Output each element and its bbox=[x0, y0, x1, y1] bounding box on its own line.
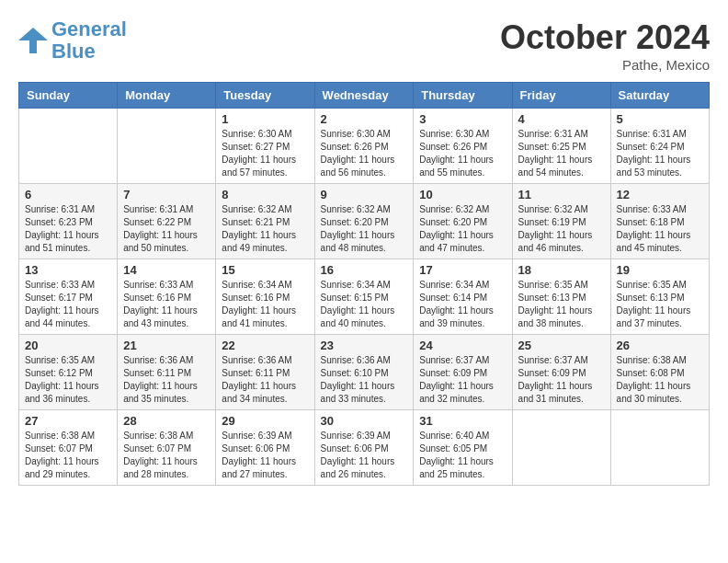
calendar-cell: 30Sunrise: 6:39 AM Sunset: 6:06 PM Dayli… bbox=[314, 410, 414, 486]
logo-text: General Blue bbox=[51, 18, 127, 63]
day-number: 19 bbox=[617, 263, 703, 277]
calendar-cell: 7Sunrise: 6:31 AM Sunset: 6:22 PM Daylig… bbox=[118, 184, 216, 259]
day-number: 27 bbox=[25, 414, 111, 428]
calendar-cell: 24Sunrise: 6:37 AM Sunset: 6:09 PM Dayli… bbox=[414, 335, 512, 410]
day-number: 24 bbox=[419, 339, 506, 352]
location-subtitle: Pathe, Mexico bbox=[500, 57, 710, 73]
calendar-cell bbox=[118, 109, 216, 184]
day-number: 28 bbox=[123, 414, 210, 428]
calendar-cell: 4Sunrise: 6:31 AM Sunset: 6:25 PM Daylig… bbox=[512, 109, 610, 184]
day-info: Sunrise: 6:38 AM Sunset: 6:07 PM Dayligh… bbox=[123, 430, 210, 481]
calendar-cell: 3Sunrise: 6:30 AM Sunset: 6:26 PM Daylig… bbox=[414, 109, 512, 184]
day-info: Sunrise: 6:40 AM Sunset: 6:05 PM Dayligh… bbox=[419, 430, 506, 481]
calendar-cell: 15Sunrise: 6:34 AM Sunset: 6:16 PM Dayli… bbox=[216, 259, 314, 335]
day-number: 13 bbox=[25, 263, 111, 277]
calendar-cell bbox=[19, 109, 118, 184]
day-info: Sunrise: 6:33 AM Sunset: 6:17 PM Dayligh… bbox=[25, 279, 111, 330]
weekday-header: Thursday bbox=[414, 83, 512, 109]
day-info: Sunrise: 6:37 AM Sunset: 6:09 PM Dayligh… bbox=[419, 354, 506, 406]
calendar-cell: 5Sunrise: 6:31 AM Sunset: 6:24 PM Daylig… bbox=[610, 109, 709, 184]
day-number: 6 bbox=[25, 188, 111, 201]
calendar-week-row: 13Sunrise: 6:33 AM Sunset: 6:17 PM Dayli… bbox=[19, 259, 710, 335]
day-info: Sunrise: 6:30 AM Sunset: 6:27 PM Dayligh… bbox=[222, 128, 308, 179]
month-title: October 2024 bbox=[500, 18, 710, 57]
calendar-cell: 31Sunrise: 6:40 AM Sunset: 6:05 PM Dayli… bbox=[414, 410, 512, 486]
calendar-cell: 1Sunrise: 6:30 AM Sunset: 6:27 PM Daylig… bbox=[216, 109, 314, 184]
day-info: Sunrise: 6:36 AM Sunset: 6:10 PM Dayligh… bbox=[321, 354, 408, 406]
day-number: 21 bbox=[123, 339, 210, 352]
calendar-week-row: 6Sunrise: 6:31 AM Sunset: 6:23 PM Daylig… bbox=[19, 184, 710, 259]
logo: General Blue bbox=[18, 18, 127, 63]
day-info: Sunrise: 6:32 AM Sunset: 6:20 PM Dayligh… bbox=[419, 203, 506, 255]
day-info: Sunrise: 6:33 AM Sunset: 6:16 PM Dayligh… bbox=[123, 279, 210, 330]
calendar-cell: 6Sunrise: 6:31 AM Sunset: 6:23 PM Daylig… bbox=[19, 184, 118, 259]
calendar-cell: 9Sunrise: 6:32 AM Sunset: 6:20 PM Daylig… bbox=[314, 184, 414, 259]
day-number: 17 bbox=[419, 263, 506, 277]
calendar-table: SundayMondayTuesdayWednesdayThursdayFrid… bbox=[18, 82, 710, 486]
day-info: Sunrise: 6:32 AM Sunset: 6:21 PM Dayligh… bbox=[222, 203, 308, 255]
day-info: Sunrise: 6:38 AM Sunset: 6:07 PM Dayligh… bbox=[25, 430, 111, 481]
weekday-header: Saturday bbox=[610, 83, 709, 109]
calendar-cell: 12Sunrise: 6:33 AM Sunset: 6:18 PM Dayli… bbox=[610, 184, 709, 259]
day-info: Sunrise: 6:31 AM Sunset: 6:22 PM Dayligh… bbox=[123, 203, 210, 255]
day-info: Sunrise: 6:34 AM Sunset: 6:16 PM Dayligh… bbox=[222, 279, 308, 330]
calendar-cell: 21Sunrise: 6:36 AM Sunset: 6:11 PM Dayli… bbox=[118, 335, 216, 410]
weekday-header-row: SundayMondayTuesdayWednesdayThursdayFrid… bbox=[19, 83, 710, 109]
day-info: Sunrise: 6:39 AM Sunset: 6:06 PM Dayligh… bbox=[222, 430, 308, 481]
day-number: 14 bbox=[123, 263, 210, 277]
calendar-week-row: 20Sunrise: 6:35 AM Sunset: 6:12 PM Dayli… bbox=[19, 335, 710, 410]
day-number: 7 bbox=[123, 188, 210, 201]
day-info: Sunrise: 6:37 AM Sunset: 6:09 PM Dayligh… bbox=[518, 354, 605, 406]
day-info: Sunrise: 6:31 AM Sunset: 6:24 PM Dayligh… bbox=[617, 128, 703, 179]
logo-icon bbox=[18, 28, 48, 53]
day-number: 25 bbox=[518, 339, 605, 352]
day-info: Sunrise: 6:32 AM Sunset: 6:20 PM Dayligh… bbox=[321, 203, 408, 255]
day-info: Sunrise: 6:31 AM Sunset: 6:25 PM Dayligh… bbox=[518, 128, 605, 179]
day-number: 12 bbox=[617, 188, 703, 201]
calendar-cell: 10Sunrise: 6:32 AM Sunset: 6:20 PM Dayli… bbox=[414, 184, 512, 259]
calendar-cell: 13Sunrise: 6:33 AM Sunset: 6:17 PM Dayli… bbox=[19, 259, 118, 335]
day-info: Sunrise: 6:34 AM Sunset: 6:15 PM Dayligh… bbox=[321, 279, 408, 330]
day-info: Sunrise: 6:32 AM Sunset: 6:19 PM Dayligh… bbox=[518, 203, 605, 255]
day-number: 1 bbox=[222, 112, 308, 126]
day-info: Sunrise: 6:30 AM Sunset: 6:26 PM Dayligh… bbox=[321, 128, 408, 179]
calendar-cell: 18Sunrise: 6:35 AM Sunset: 6:13 PM Dayli… bbox=[512, 259, 610, 335]
calendar-cell: 8Sunrise: 6:32 AM Sunset: 6:21 PM Daylig… bbox=[216, 184, 314, 259]
day-number: 3 bbox=[419, 112, 506, 126]
calendar-cell: 29Sunrise: 6:39 AM Sunset: 6:06 PM Dayli… bbox=[216, 410, 314, 486]
day-number: 26 bbox=[617, 339, 703, 352]
calendar-cell bbox=[610, 410, 709, 486]
day-number: 23 bbox=[321, 339, 408, 352]
weekday-header: Tuesday bbox=[216, 83, 314, 109]
calendar-cell: 17Sunrise: 6:34 AM Sunset: 6:14 PM Dayli… bbox=[414, 259, 512, 335]
calendar-cell: 16Sunrise: 6:34 AM Sunset: 6:15 PM Dayli… bbox=[314, 259, 414, 335]
calendar-cell: 2Sunrise: 6:30 AM Sunset: 6:26 PM Daylig… bbox=[314, 109, 414, 184]
day-number: 11 bbox=[518, 188, 605, 201]
day-info: Sunrise: 6:35 AM Sunset: 6:13 PM Dayligh… bbox=[518, 279, 605, 330]
day-info: Sunrise: 6:30 AM Sunset: 6:26 PM Dayligh… bbox=[419, 128, 506, 179]
day-info: Sunrise: 6:36 AM Sunset: 6:11 PM Dayligh… bbox=[123, 354, 210, 406]
logo-line2: Blue bbox=[51, 40, 96, 63]
day-number: 29 bbox=[222, 414, 308, 428]
weekday-header: Sunday bbox=[19, 83, 118, 109]
svg-marker-0 bbox=[18, 28, 48, 53]
calendar-cell: 19Sunrise: 6:35 AM Sunset: 6:13 PM Dayli… bbox=[610, 259, 709, 335]
day-number: 2 bbox=[321, 112, 408, 126]
day-number: 20 bbox=[25, 339, 111, 352]
day-number: 31 bbox=[419, 414, 506, 428]
page-header: General Blue October 2024 Pathe, Mexico bbox=[18, 18, 710, 73]
title-block: October 2024 Pathe, Mexico bbox=[500, 18, 710, 73]
day-info: Sunrise: 6:33 AM Sunset: 6:18 PM Dayligh… bbox=[617, 203, 703, 255]
calendar-cell: 28Sunrise: 6:38 AM Sunset: 6:07 PM Dayli… bbox=[118, 410, 216, 486]
day-number: 5 bbox=[617, 112, 703, 126]
day-info: Sunrise: 6:35 AM Sunset: 6:12 PM Dayligh… bbox=[25, 354, 111, 406]
weekday-header: Wednesday bbox=[314, 83, 414, 109]
day-number: 4 bbox=[518, 112, 605, 126]
calendar-week-row: 1Sunrise: 6:30 AM Sunset: 6:27 PM Daylig… bbox=[19, 109, 710, 184]
weekday-header: Friday bbox=[512, 83, 610, 109]
day-number: 30 bbox=[321, 414, 408, 428]
calendar-cell: 20Sunrise: 6:35 AM Sunset: 6:12 PM Dayli… bbox=[19, 335, 118, 410]
calendar-cell: 23Sunrise: 6:36 AM Sunset: 6:10 PM Dayli… bbox=[314, 335, 414, 410]
calendar-cell: 26Sunrise: 6:38 AM Sunset: 6:08 PM Dayli… bbox=[610, 335, 709, 410]
day-info: Sunrise: 6:31 AM Sunset: 6:23 PM Dayligh… bbox=[25, 203, 111, 255]
